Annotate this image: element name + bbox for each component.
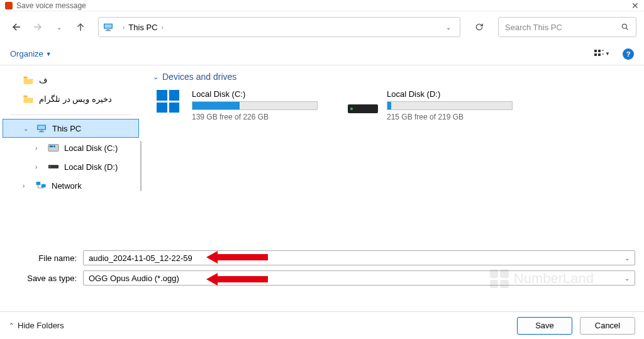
folder-label: دخیره ویس در تلگرام bbox=[39, 94, 112, 104]
drive-icon bbox=[48, 164, 59, 170]
forward-button[interactable] bbox=[29, 18, 47, 36]
chevron-right-icon[interactable]: › bbox=[35, 164, 43, 170]
drive-icon bbox=[48, 143, 59, 152]
svg-rect-15 bbox=[39, 131, 44, 132]
drive-item-d[interactable]: Local Disk (D:) 215 GB free of 219 GB bbox=[348, 89, 524, 121]
sidebar-item-local-c[interactable]: › Local Disk (C:) bbox=[0, 138, 142, 157]
save-button[interactable]: Save bbox=[517, 317, 572, 335]
divider bbox=[10, 114, 131, 115]
sidebar: ف دخیره ویس در تلگرام ⌄ This PC › Local … bbox=[0, 65, 142, 242]
organize-menu[interactable]: Organize ▼ bbox=[10, 49, 52, 58]
sidebar-item-this-pc[interactable]: ⌄ This PC bbox=[3, 119, 139, 138]
refresh-button[interactable] bbox=[469, 17, 489, 37]
sidebar-label: This PC bbox=[52, 124, 81, 133]
navbar: ⌄ › This PC › ⌄ Search This PC bbox=[0, 11, 644, 43]
svg-rect-22 bbox=[42, 184, 46, 187]
toolbar: Organize ▼ ▼ ? bbox=[0, 43, 644, 65]
savetype-value: OGG Opus Audio (*.ogg) bbox=[89, 274, 179, 283]
sidebar-label: Local Disk (D:) bbox=[64, 162, 118, 172]
svg-point-20 bbox=[50, 166, 51, 167]
chevron-down-icon[interactable]: ⌄ bbox=[625, 275, 630, 282]
sidebar-item-local-d[interactable]: › Local Disk (D:) bbox=[0, 157, 142, 176]
help-button[interactable]: ? bbox=[623, 48, 634, 60]
sidebar-label: Local Disk (C:) bbox=[64, 143, 118, 153]
savetype-select[interactable]: OGG Opus Audio (*.ogg) ⌄ bbox=[83, 270, 635, 286]
chevron-down-icon[interactable]: ⌄ bbox=[23, 125, 31, 132]
svg-rect-18 bbox=[53, 145, 55, 147]
svg-rect-21 bbox=[36, 182, 41, 185]
hide-folders-label: Hide Folders bbox=[18, 321, 64, 330]
filename-input[interactable]: ⌄ bbox=[83, 250, 635, 265]
app-icon bbox=[5, 2, 13, 9]
monitor-icon bbox=[103, 23, 114, 31]
drive-item-c[interactable]: Local Disk (C:) 139 GB free of 226 GB bbox=[153, 89, 329, 121]
chevron-right-icon[interactable]: › bbox=[158, 24, 167, 31]
chevron-down-icon: ▼ bbox=[605, 51, 610, 57]
chevron-down-icon: ▼ bbox=[46, 51, 52, 57]
close-icon[interactable]: ✕ bbox=[631, 1, 639, 11]
search-box[interactable]: Search This PC bbox=[498, 17, 636, 37]
up-button[interactable] bbox=[72, 18, 89, 36]
svg-rect-9 bbox=[598, 53, 601, 56]
search-icon bbox=[621, 23, 630, 31]
chevron-right-icon[interactable]: › bbox=[35, 145, 43, 152]
sidebar-label: Network bbox=[52, 181, 82, 191]
svg-rect-17 bbox=[50, 145, 53, 147]
address-dropdown-icon[interactable]: ⌄ bbox=[441, 24, 456, 31]
footer: ⌃ Hide Folders Save Cancel bbox=[0, 311, 644, 339]
recent-dropdown[interactable]: ⌄ bbox=[50, 18, 68, 36]
chevron-down-icon[interactable]: ⌄ bbox=[153, 73, 158, 81]
filename-label: File name: bbox=[9, 253, 83, 263]
folder-item[interactable]: دخیره ویس در تلگرام bbox=[0, 89, 142, 108]
save-fields: File name: ⌄ Save as type: OGG Opus Audi… bbox=[0, 247, 644, 291]
view-options-button[interactable]: ▼ bbox=[594, 49, 610, 59]
address-bar[interactable]: › This PC › ⌄ bbox=[98, 17, 460, 37]
folder-icon bbox=[23, 94, 34, 103]
svg-rect-3 bbox=[106, 30, 111, 31]
drive-free-text: 215 GB free of 219 GB bbox=[387, 113, 524, 121]
drive-name: Local Disk (D:) bbox=[387, 89, 524, 99]
windows-drive-icon bbox=[153, 89, 183, 113]
folder-icon bbox=[23, 75, 34, 84]
folder-label: ف bbox=[39, 75, 47, 85]
storage-bar bbox=[192, 101, 318, 110]
organize-label: Organize bbox=[10, 49, 43, 58]
chevron-right-icon[interactable]: › bbox=[23, 182, 30, 189]
network-icon bbox=[35, 181, 47, 190]
titlebar: Save voice message ✕ bbox=[0, 0, 644, 11]
filename-text[interactable] bbox=[89, 253, 630, 263]
drive-name: Local Disk (C:) bbox=[192, 89, 329, 99]
section-header[interactable]: ⌄ Devices and drives bbox=[153, 72, 633, 82]
hdd-drive-icon bbox=[348, 89, 378, 113]
savetype-label: Save as type: bbox=[9, 274, 83, 283]
svg-rect-8 bbox=[594, 53, 597, 56]
cancel-label: Cancel bbox=[595, 321, 620, 330]
storage-bar bbox=[387, 101, 513, 110]
svg-rect-16 bbox=[48, 145, 58, 152]
svg-line-5 bbox=[626, 28, 628, 30]
svg-rect-13 bbox=[38, 126, 45, 130]
search-placeholder: Search This PC bbox=[505, 23, 562, 32]
folder-item[interactable]: ف bbox=[0, 70, 142, 89]
hide-folders-button[interactable]: ⌃ Hide Folders bbox=[9, 321, 64, 330]
back-button[interactable] bbox=[8, 18, 25, 36]
monitor-icon bbox=[36, 124, 47, 133]
main-area: ف دخیره ویس در تلگرام ⌄ This PC › Local … bbox=[0, 65, 644, 242]
content-pane: ⌄ Devices and drives Local Disk (C:) 139… bbox=[142, 65, 644, 242]
drive-free-text: 139 GB free of 226 GB bbox=[192, 113, 329, 121]
svg-rect-1 bbox=[104, 25, 111, 28]
svg-rect-7 bbox=[598, 50, 601, 52]
svg-point-4 bbox=[622, 24, 626, 28]
chevron-up-icon: ⌃ bbox=[9, 322, 14, 329]
section-title: Devices and drives bbox=[162, 72, 236, 82]
cancel-button[interactable]: Cancel bbox=[580, 317, 635, 335]
svg-rect-2 bbox=[107, 30, 109, 30]
chevron-right-icon[interactable]: › bbox=[119, 24, 128, 31]
svg-rect-14 bbox=[40, 131, 43, 131]
chevron-down-icon[interactable]: ⌄ bbox=[625, 255, 630, 262]
sidebar-item-network[interactable]: › Network bbox=[0, 176, 142, 195]
window-title: Save voice message bbox=[16, 1, 86, 10]
breadcrumb-this-pc[interactable]: This PC bbox=[128, 23, 157, 32]
save-label: Save bbox=[535, 321, 554, 330]
svg-rect-6 bbox=[594, 50, 597, 52]
